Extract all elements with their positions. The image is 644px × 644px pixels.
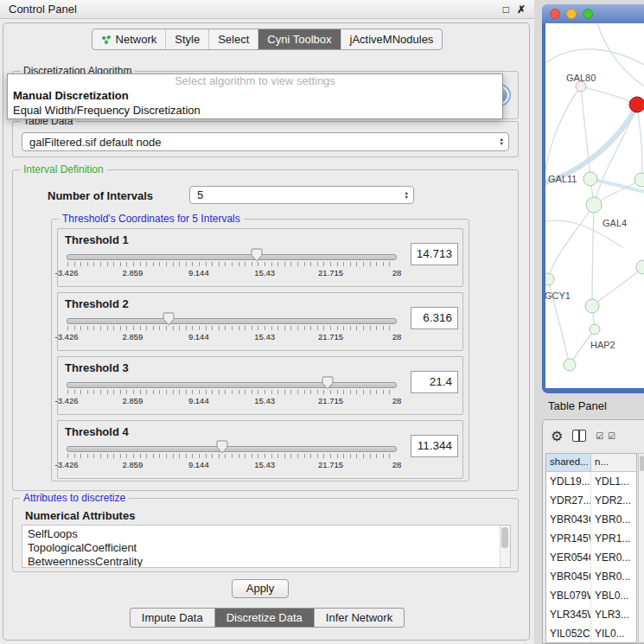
control-panel: Control Panel □ ✗ Network Style Select C… [0,0,534,644]
list-scrollbar[interactable] [500,526,510,567]
slider-thumb[interactable] [322,376,334,390]
table-row[interactable]: YBL079WYBL0... [546,586,636,605]
cell[interactable]: YIL052C [546,624,591,643]
minimize-traffic-light-icon[interactable] [566,9,577,19]
cell[interactable]: YDR27... [546,491,591,510]
cell[interactable]: YDL1... [591,472,636,491]
settings-gear-icon[interactable]: ⚙ [551,428,563,444]
thresholds-group: Threshold's Coordinates for 5 Intervals … [51,219,469,481]
tab-impute-data[interactable]: Impute Data [131,609,214,627]
dropdown-option-equal-width[interactable]: Equal Width/Frequency Discretization [8,103,502,118]
network-node[interactable] [583,172,597,186]
cell[interactable]: YDR2... [591,491,636,510]
cell[interactable]: YBR045C [546,567,591,586]
cell[interactable]: YBR0... [591,567,636,586]
scale-label: 2.859 [123,268,143,277]
tab-label: jActiveMNodules [350,33,434,46]
table-row[interactable]: YBR045CYBR0... [546,567,636,586]
slider-track[interactable] [67,382,397,388]
float-window-icon[interactable]: □ [503,3,509,16]
close-icon[interactable]: ✗ [517,3,526,16]
columns-icon[interactable] [572,430,586,442]
slider-track[interactable] [67,318,397,324]
threshold-slider[interactable]: -3.426 2.859 9.144 15.43 21.715 28 [67,246,397,283]
threshold-slider[interactable]: -3.426 2.859 9.144 15.43 21.715 28 [67,310,397,347]
cell[interactable]: YLR3... [591,605,636,624]
network-node[interactable] [634,173,644,187]
cell[interactable]: YBL0... [591,586,636,605]
threshold-value-field[interactable]: 21.4 [411,371,458,393]
network-node[interactable] [586,197,602,213]
window-title: Control Panel [9,3,77,16]
tab-cyni-toolbox[interactable]: Cyni Toolbox [258,29,340,49]
close-traffic-light-icon[interactable] [550,9,560,19]
threshold-value-field[interactable]: 11.344 [411,435,458,457]
network-node[interactable] [545,273,554,285]
slider-thumb[interactable] [163,312,175,326]
attributes-list[interactable]: SelfLoops TopologicalCoefficient Between… [22,525,511,568]
cell[interactable]: YPR145W [546,529,591,548]
tab-discretize-data[interactable]: Discretize Data [214,609,314,627]
tab-infer-network[interactable]: Infer Network [314,609,404,627]
cell[interactable]: YLR345W [546,605,591,624]
cell[interactable]: YIL0... [591,624,636,643]
scale-label: -3.426 [55,268,79,277]
table-row[interactable]: YIL052CYIL0... [546,624,636,643]
slider-ticks [67,262,396,266]
list-item[interactable]: BetweennessCentrality [22,555,510,568]
table-row[interactable]: YPR145WYPR1... [546,529,636,548]
table-row[interactable]: YLR345WYLR3... [546,605,636,624]
network-window-titlebar[interactable] [542,4,644,23]
slider-thumb[interactable] [251,248,263,262]
network-node[interactable] [585,299,599,313]
cell[interactable]: YER0... [591,548,636,567]
slider-track[interactable] [67,254,397,260]
network-canvas[interactable]: GAL80 GAL11 GAL4 GCY1 HAP2 [545,23,644,388]
slider-track[interactable] [67,446,397,452]
threshold-value-field[interactable]: 6.316 [411,307,458,329]
threshold-value-field[interactable]: 14.713 [411,243,458,265]
table-scrollbar[interactable] [638,453,644,643]
number-of-intervals-combobox[interactable]: 5 ▲▼ [189,186,414,204]
combobox-stepper-icon: ▲▼ [500,137,504,146]
network-node-selected[interactable] [629,97,644,112]
column-header-name[interactable]: n... [591,454,636,471]
table-row[interactable]: YDR27...YDR2... [546,491,636,510]
table-row[interactable]: YBR043CYBR0... [546,510,636,529]
threshold-slider[interactable]: -3.426 2.859 9.144 15.43 21.715 28 [67,438,397,475]
table-panel: ⚙ ☑ ☑ shared... n... YDL19...YDL1... YDR… [542,419,644,644]
cell[interactable]: YER054C [546,548,591,567]
scrollbar-thumb[interactable] [640,456,644,471]
dropdown-option-manual-discretization[interactable]: Manual Discretization [8,88,502,103]
slider-ticks [67,390,396,394]
scale-label: -3.426 [55,396,79,405]
tab-style[interactable]: Style [165,29,208,49]
tab-network[interactable]: Network [92,29,166,49]
threshold-slider[interactable]: -3.426 2.859 9.144 15.43 21.715 28 [67,374,397,411]
tab-select[interactable]: Select [208,29,258,49]
network-node[interactable] [590,324,600,335]
tab-label: Select [218,33,249,46]
cell[interactable]: YBL079W [546,586,591,605]
scale-label: 21.715 [318,460,343,469]
select-rows-icons[interactable]: ☑ ☑ [596,431,616,441]
network-node[interactable] [564,359,576,371]
table-data-combobox[interactable]: galFiltered.sif default node ▲▼ [22,132,509,151]
list-item[interactable]: SelfLoops [22,527,510,541]
apply-button[interactable]: Apply [232,579,289,598]
table-row[interactable]: YDL19...YDL1... [546,472,636,491]
zoom-traffic-light-icon[interactable] [583,9,593,19]
column-header-shared-name[interactable]: shared... [546,454,591,471]
threshold-label: Threshold 1 [65,233,129,246]
list-item[interactable]: TopologicalCoefficient [22,541,510,555]
cell[interactable]: YDL19... [546,472,591,491]
slider-thumb[interactable] [216,440,228,454]
dropdown-placeholder-item[interactable]: Select algorithm to view settings [8,74,502,88]
scale-label: 2.859 [123,396,143,405]
tab-jactivemnodules[interactable]: jActiveMNodules [341,29,443,49]
table-row[interactable]: YER054CYER0... [546,548,636,567]
cell[interactable]: YBR043C [546,510,591,529]
scrollbar-thumb[interactable] [501,527,508,548]
cell[interactable]: YBR0... [591,510,636,529]
cell[interactable]: YPR1... [591,529,636,548]
